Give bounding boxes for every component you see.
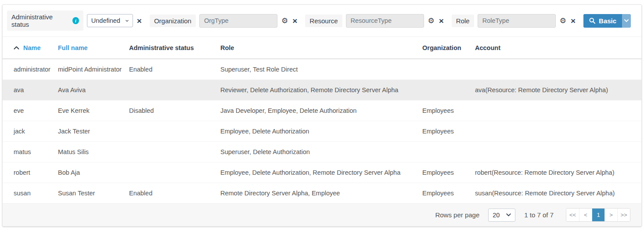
cell-role: Employee, Delete Authorization, Remote D… bbox=[217, 162, 419, 183]
column-header-administrative-status: Administrative status bbox=[126, 37, 217, 59]
pagination-nav-button[interactable]: > bbox=[604, 209, 617, 221]
column-header-organization: Organization bbox=[419, 37, 471, 59]
cell-account: susan(Resource: Remote Directory Server … bbox=[471, 183, 641, 204]
cell-organization: Employees bbox=[419, 183, 471, 204]
cell-full-name: Jack Tester bbox=[54, 121, 126, 142]
cell-name: ava bbox=[3, 80, 54, 101]
cell-organization bbox=[419, 59, 471, 80]
admin-status-selected-value: Undefined bbox=[91, 17, 120, 24]
resource-filter-input[interactable] bbox=[346, 14, 424, 28]
organization-filter-label: Organization bbox=[154, 17, 191, 25]
remove-organization-filter-icon[interactable]: × bbox=[292, 17, 298, 25]
cell-role: Superuser, Test Role Direct bbox=[217, 59, 419, 80]
table-row[interactable]: susanSusan TesterEnabledRemote Directory… bbox=[3, 183, 641, 204]
search-filter-bar: Administrative status i Undefined × Orga… bbox=[3, 5, 641, 37]
filter-administrative-status: Administrative status i Undefined × bbox=[7, 11, 142, 31]
cell-full-name: Ava Aviva bbox=[54, 80, 126, 101]
table-row[interactable]: eveEve KerrekDisabledJava Developer, Emp… bbox=[3, 101, 641, 121]
column-header-name[interactable]: Name bbox=[3, 37, 54, 59]
cell-account bbox=[471, 59, 641, 80]
pagination-current-page-button[interactable]: 1 bbox=[592, 209, 604, 221]
role-filter-input[interactable] bbox=[478, 14, 556, 28]
table-row[interactable]: jackJack TesterEmployee, Delete Authoriz… bbox=[3, 121, 641, 142]
cell-name: matus bbox=[3, 142, 54, 162]
rows-per-page-value: 20 bbox=[493, 212, 500, 219]
pagination-nav-button[interactable]: < bbox=[579, 209, 592, 221]
admin-status-filter-label: Administrative status bbox=[11, 13, 69, 28]
rows-per-page-select[interactable]: 20 bbox=[488, 209, 515, 222]
admin-status-select[interactable]: Undefined bbox=[87, 14, 133, 27]
cell-full-name: Bob Aja bbox=[54, 162, 126, 183]
chevron-down-icon bbox=[126, 19, 129, 22]
search-split-button: Basic bbox=[583, 14, 631, 28]
chevron-down-icon bbox=[506, 213, 511, 216]
organization-filter-input[interactable] bbox=[199, 14, 277, 28]
cell-role: Reviewer, Delete Authorization, Remote D… bbox=[217, 80, 419, 101]
basic-search-button[interactable]: Basic bbox=[583, 14, 622, 28]
remove-role-filter-icon[interactable]: × bbox=[570, 17, 576, 25]
remove-admin-status-filter-icon[interactable]: × bbox=[137, 17, 142, 25]
cell-organization: Employees bbox=[419, 121, 471, 142]
cell-admin-status bbox=[126, 80, 217, 101]
page: Administrative status i Undefined × Orga… bbox=[0, 0, 644, 234]
column-header-account: Account bbox=[471, 37, 641, 59]
cell-admin-status: Enabled bbox=[126, 59, 217, 80]
column-header-name-label: Name bbox=[23, 44, 41, 51]
admin-status-filter-chip: Administrative status i bbox=[7, 11, 83, 31]
cell-organization bbox=[419, 80, 471, 101]
cell-name: eve bbox=[3, 101, 54, 121]
chevron-down-icon bbox=[624, 19, 629, 22]
info-icon[interactable]: i bbox=[72, 17, 79, 24]
rows-per-page-label: Rows per page bbox=[435, 211, 479, 219]
column-header-role: Role bbox=[217, 37, 419, 59]
cell-admin-status bbox=[126, 121, 217, 142]
filter-role: Role ⚙ × bbox=[452, 14, 576, 28]
role-settings-gear-icon[interactable]: ⚙ bbox=[559, 17, 567, 25]
table-row[interactable]: administratormidPoint AdministratorEnabl… bbox=[3, 59, 641, 80]
table-footer: Rows per page 20 1 to 7 of 7 <<<1>>> bbox=[3, 203, 641, 226]
pagination-nav-button[interactable]: >> bbox=[617, 209, 630, 221]
cell-account bbox=[471, 101, 641, 121]
filter-organization: Organization ⚙ × bbox=[150, 14, 298, 28]
table-row[interactable]: robertBob AjaEmployee, Delete Authorizat… bbox=[3, 162, 641, 183]
table-header-row: Name Full name Administrative status Rol… bbox=[3, 37, 641, 59]
search-icon bbox=[589, 18, 595, 24]
cell-organization bbox=[419, 142, 471, 162]
role-filter-label: Role bbox=[456, 17, 470, 25]
cell-role: Remote Directory Server Alpha, Employee bbox=[217, 183, 419, 204]
cell-admin-status: Enabled bbox=[126, 183, 217, 204]
cell-role: Java Developer, Employee, Delete Authori… bbox=[217, 101, 419, 121]
role-filter-chip: Role bbox=[452, 14, 474, 27]
cell-name: jack bbox=[3, 121, 54, 142]
sort-ascending-icon bbox=[14, 46, 19, 50]
search-mode-dropdown-button[interactable] bbox=[622, 14, 631, 28]
cell-full-name: Eve Kerrek bbox=[54, 101, 126, 121]
cell-full-name: Matus Silis bbox=[54, 142, 126, 162]
table-row[interactable]: avaAva AvivaReviewer, Delete Authorizati… bbox=[3, 80, 641, 101]
basic-search-button-label: Basic bbox=[599, 17, 616, 25]
cell-account bbox=[471, 142, 641, 162]
resource-settings-gear-icon[interactable]: ⚙ bbox=[428, 17, 435, 25]
remove-resource-filter-icon[interactable]: × bbox=[439, 17, 444, 25]
cell-name: administrator bbox=[3, 59, 54, 80]
cell-admin-status bbox=[126, 142, 217, 162]
cell-name: robert bbox=[3, 162, 54, 183]
row-count-label: 1 to 7 of 7 bbox=[524, 211, 554, 219]
cell-role: Superuser, Delete Authorization bbox=[217, 142, 419, 162]
cell-admin-status bbox=[126, 162, 217, 183]
cell-account: robert(Resource: Remote Directory Server… bbox=[471, 162, 641, 183]
resource-filter-chip: Resource bbox=[305, 14, 342, 27]
cell-full-name: midPoint Administrator bbox=[54, 59, 126, 80]
cell-full-name: Susan Tester bbox=[54, 183, 126, 204]
organization-settings-gear-icon[interactable]: ⚙ bbox=[281, 17, 288, 25]
filter-resource: Resource ⚙ × bbox=[305, 14, 444, 28]
user-list-panel: Administrative status i Undefined × Orga… bbox=[2, 4, 642, 227]
table-body: administratormidPoint AdministratorEnabl… bbox=[3, 59, 641, 203]
cell-admin-status: Disabled bbox=[126, 101, 217, 121]
table-row[interactable]: matusMatus SilisSuperuser, Delete Author… bbox=[3, 142, 641, 162]
cell-account: ava(Resource: Remote Directory Server Al… bbox=[471, 80, 641, 101]
column-header-full-name[interactable]: Full name bbox=[54, 37, 126, 59]
cell-role: Employee, Delete Authorization bbox=[217, 121, 419, 142]
cell-organization: Employees bbox=[419, 101, 471, 121]
pagination-nav-button[interactable]: << bbox=[566, 209, 579, 221]
